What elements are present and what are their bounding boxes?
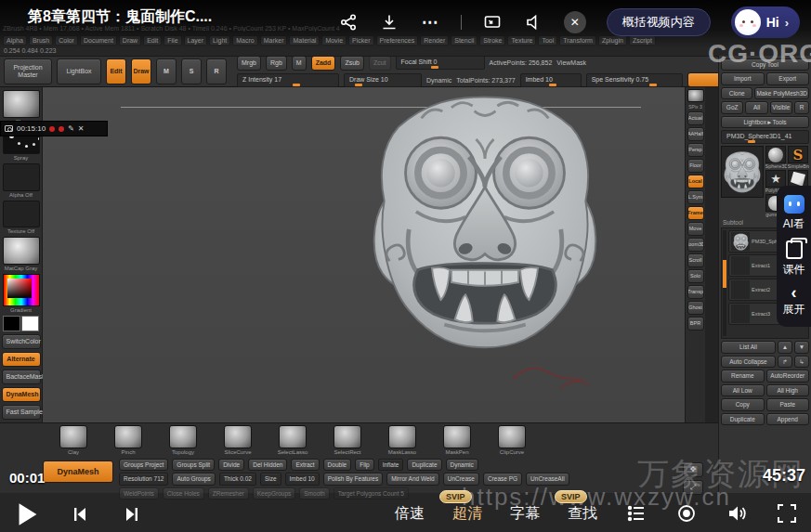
geometry-button[interactable]: KeepGroups (253, 487, 296, 500)
projection-master-button[interactable]: Projection Master (4, 58, 52, 84)
tray-button[interactable]: SwitchColor (2, 334, 41, 349)
next-button[interactable] (121, 503, 143, 526)
quality-button[interactable]: 超清 (452, 505, 482, 521)
shelf-button[interactable]: Frame (687, 206, 704, 220)
geometry-button[interactable]: Dynamic (446, 459, 478, 471)
geometry-button[interactable]: Smooth (299, 487, 329, 500)
shelf-button[interactable]: AAHalf (687, 127, 704, 141)
material-selector[interactable] (3, 237, 40, 265)
shelf-button[interactable]: L.Sym (687, 190, 704, 204)
zsub-button[interactable]: Zsub (340, 56, 364, 71)
reorder-down-button[interactable]: ↳ (794, 356, 809, 368)
play-button[interactable] (17, 503, 39, 526)
shelf-button[interactable]: Ghost (687, 301, 704, 315)
shelf-button[interactable]: Transp (687, 285, 704, 299)
subtool-up-button[interactable]: ▲ (778, 341, 792, 353)
goz-visible-button[interactable]: Visible (770, 101, 792, 113)
geometry-button[interactable]: Double (323, 459, 352, 471)
geometry-button[interactable]: Polish By Features (323, 473, 384, 485)
shelf-button[interactable]: Zoom3D (687, 238, 704, 252)
close-recorder-icon[interactable]: ✕ (78, 125, 85, 133)
geometry-button[interactable]: ZRemesher (208, 487, 249, 500)
geometry-button[interactable]: Extract (291, 459, 319, 471)
export-button[interactable]: Export (766, 72, 810, 84)
shelf-button[interactable]: Scroll (687, 253, 704, 267)
brush-item[interactable]: Topology (162, 425, 204, 455)
tool-item[interactable]: SimpleBrush (788, 146, 809, 169)
lightbox-tools-button[interactable]: Lightbox►Tools (721, 116, 809, 128)
list-all-button[interactable]: List All (721, 341, 776, 353)
geometry-button[interactable]: WeldPoints (119, 487, 159, 500)
record-icon[interactable] (49, 126, 55, 132)
mrgb-button[interactable]: Mrgb (237, 56, 261, 71)
zoom-pad[interactable]: ⤢ (683, 480, 703, 495)
zadd-button[interactable]: Zadd (311, 56, 336, 71)
camera-icon[interactable] (5, 125, 13, 132)
dynamic-label[interactable]: Dynamic (426, 77, 451, 84)
draw-size-slider[interactable]: Draw Size 10 (344, 73, 422, 87)
geometry-button[interactable]: Crease PG (483, 473, 522, 485)
shelf-button[interactable]: Actual (687, 111, 704, 125)
geometry-button[interactable]: Resolution 712 (119, 473, 168, 485)
previous-button[interactable] (69, 503, 91, 526)
imbed-slider[interactable]: Imbed 10 (520, 73, 582, 87)
active-tool-thumbnail[interactable] (721, 146, 764, 198)
brush-selector[interactable] (3, 90, 40, 118)
subtool-action-b[interactable]: AutoReorder (766, 370, 810, 382)
secondary-color-swatch[interactable] (21, 316, 39, 331)
focal-shift-slider[interactable]: Focal Shift 0 (396, 56, 485, 70)
geometry-button[interactable]: UnCrease (443, 473, 479, 485)
spix-thumbnail[interactable] (687, 89, 704, 102)
volume-icon[interactable] (726, 502, 748, 525)
subtool-action-a[interactable]: Copy (721, 398, 765, 410)
tray-button[interactable]: Alternate (2, 352, 41, 367)
record-screen-icon[interactable] (675, 502, 698, 525)
alpha-selector[interactable] (3, 163, 40, 191)
color-picker[interactable] (3, 274, 40, 306)
geometry-button[interactable]: Imbed 10 (285, 473, 320, 485)
shelf-button[interactable]: Solo (687, 269, 704, 283)
m-button[interactable]: M (292, 56, 307, 71)
subtool-down-button[interactable]: ▼ (794, 341, 809, 353)
geometry-button[interactable]: Divide (218, 459, 244, 471)
geometry-button[interactable]: Duplicate (407, 459, 441, 471)
move-button[interactable]: M (156, 58, 177, 84)
ai-watch-button[interactable]: AI看 (783, 195, 804, 232)
pen-icon[interactable]: ✎ (68, 125, 74, 133)
geometry-button[interactable]: UnCreaseAll (526, 473, 569, 485)
lightbox-button[interactable]: LightBox (57, 58, 101, 84)
view-mask-label[interactable]: ViewMask (556, 59, 586, 66)
goz-r-button[interactable]: R (794, 101, 809, 113)
brush-item[interactable]: SelectRect (326, 425, 369, 455)
brush-item[interactable]: SliceCurve (216, 425, 259, 455)
playlist-icon[interactable] (625, 502, 647, 525)
shelf-button[interactable]: Move (687, 222, 704, 236)
texture-selector[interactable] (3, 201, 40, 228)
subtool-action-b[interactable]: All High (766, 384, 810, 396)
share-icon[interactable] (338, 12, 359, 32)
subtitles-button[interactable]: 字幕 (510, 504, 540, 524)
scale-button[interactable]: S (181, 58, 202, 84)
zcut-button[interactable]: Zcut (369, 56, 391, 71)
summarize-button[interactable]: 概括视频内容 (607, 8, 711, 36)
download-icon[interactable] (379, 12, 399, 32)
geometry-button[interactable]: Close Holes (163, 487, 204, 500)
clone-button[interactable]: Clone (721, 87, 752, 99)
brush-item[interactable]: Clay (52, 425, 95, 455)
geometry-button[interactable]: Groups Split (172, 459, 215, 471)
mute-icon[interactable] (523, 12, 543, 32)
subtool-scrollbar[interactable] (723, 230, 726, 336)
courseware-button[interactable]: 课件 (783, 240, 805, 278)
import-button[interactable]: Import (721, 72, 765, 84)
active-tool-slider[interactable]: PM3D_Sphere3D1_41 (721, 130, 809, 144)
geometry-button[interactable]: Target Polygons Count 5 (334, 487, 409, 500)
edit-button[interactable]: Edit (106, 58, 126, 84)
rgb-button[interactable]: Rgb (266, 56, 287, 71)
goz-all-button[interactable]: All (745, 101, 767, 113)
shelf-button[interactable]: Floor (687, 159, 704, 173)
tray-button[interactable]: BacfaceMask (2, 370, 41, 384)
copy-tool-button[interactable]: Copy Tool (721, 58, 809, 71)
subtool-action-a[interactable]: Rename (721, 370, 765, 382)
fullscreen-icon[interactable] (776, 502, 798, 525)
make-polymesh3d-button[interactable]: Make PolyMesh3D (754, 87, 809, 99)
